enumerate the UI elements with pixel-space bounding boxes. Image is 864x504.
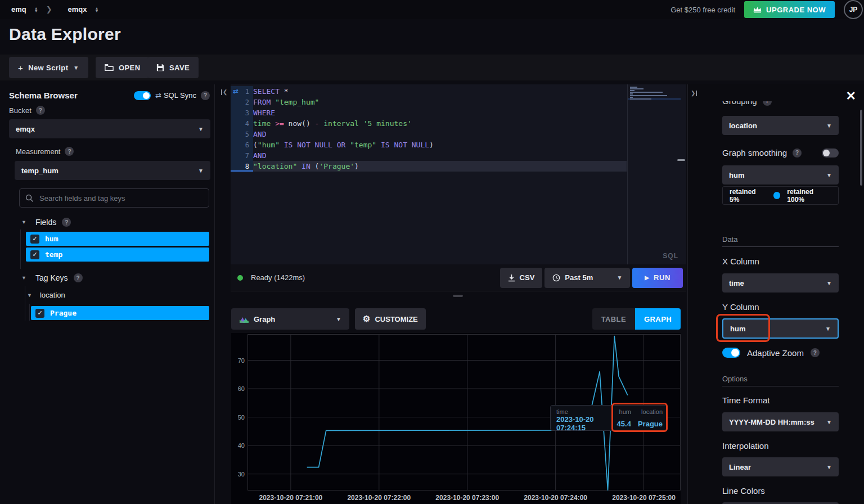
code-line[interactable]: AND bbox=[253, 150, 627, 161]
download-icon bbox=[508, 274, 515, 282]
annotation-rect-tooltip bbox=[611, 403, 668, 432]
toolbar: + New Script ▼ OPEN SAVE bbox=[0, 55, 864, 80]
checkbox-checked-icon: ✓ bbox=[30, 250, 39, 259]
line-chart[interactable]: 3040506070 2023-10-20 07:21:002023-10-20… bbox=[231, 333, 681, 504]
editor-code[interactable]: SELECT *FROM "temp_hum"WHEREtime >= now(… bbox=[253, 86, 627, 172]
chevron-down-icon: ▼ bbox=[73, 65, 79, 71]
search-input[interactable] bbox=[39, 194, 186, 202]
code-line[interactable]: ("hum" IS NOT NULL OR "temp" IS NOT NULL… bbox=[253, 140, 627, 150]
measurement-select[interactable]: temp_hum ▼ bbox=[15, 161, 210, 180]
save-button[interactable]: SAVE bbox=[147, 57, 199, 78]
slider-handle[interactable] bbox=[773, 192, 781, 199]
editor-minimap[interactable] bbox=[627, 84, 681, 264]
tag-keys-help-icon[interactable]: ? bbox=[74, 273, 83, 282]
tab-table[interactable]: TABLE bbox=[592, 308, 635, 330]
status-text: Ready (1422ms) bbox=[251, 273, 305, 282]
top-nav-bar: emq ▲▼ ❯ emqx ▲▼ Get $250 free credit UP… bbox=[0, 0, 864, 19]
panel-resize-handle[interactable] bbox=[453, 295, 463, 297]
adaptive-zoom-help-icon[interactable]: ? bbox=[811, 348, 820, 357]
code-line[interactable]: SELECT * bbox=[253, 86, 627, 97]
bucket-select[interactable]: emqx ▼ bbox=[9, 119, 210, 138]
org-switcher-icon[interactable]: ▲▼ bbox=[34, 7, 38, 12]
collapse-panel-icon[interactable]: ❯ bbox=[691, 90, 697, 96]
bucket-label: Bucket bbox=[9, 106, 32, 115]
avatar[interactable]: JP bbox=[844, 0, 863, 19]
upgrade-now-button[interactable]: UPGRADE NOW bbox=[744, 1, 835, 18]
breadcrumb-separator-icon: ❯ bbox=[46, 5, 52, 14]
grouping-label-clipped: Grouping ? bbox=[722, 101, 839, 106]
interpolation-select[interactable]: Linear ▼ bbox=[722, 457, 839, 476]
csv-download-button[interactable]: CSV bbox=[500, 268, 543, 288]
tag-key-location[interactable]: ▼ location bbox=[27, 291, 65, 299]
chevron-down-icon: ▼ bbox=[826, 280, 832, 286]
workspace-switcher-icon[interactable]: ▲▼ bbox=[95, 7, 99, 12]
options-section-label: Options bbox=[722, 375, 839, 383]
grouping-help-icon[interactable]: ? bbox=[763, 101, 772, 106]
bucket-help-icon[interactable]: ? bbox=[36, 106, 45, 115]
code-line[interactable]: "location" IN ('Prague') bbox=[253, 161, 627, 172]
new-script-button[interactable]: + New Script ▼ bbox=[9, 57, 88, 78]
location-collapse-icon[interactable]: ▼ bbox=[27, 292, 32, 298]
view-tabs: TABLE GRAPH bbox=[592, 308, 681, 330]
fields-collapse-icon[interactable]: ▼ bbox=[21, 219, 26, 225]
retained-slider[interactable]: retained 5% retained 100% bbox=[722, 186, 839, 205]
clock-icon bbox=[552, 274, 560, 282]
workspace-name[interactable]: emqx bbox=[68, 5, 87, 14]
crown-icon bbox=[753, 6, 762, 13]
customize-button[interactable]: ⚙ CUSTOMIZE bbox=[355, 308, 426, 330]
tab-graph[interactable]: GRAPH bbox=[635, 308, 681, 330]
graph-smoothing-toggle[interactable] bbox=[822, 148, 839, 158]
sync-arrows-icon: ⇄ bbox=[155, 91, 161, 100]
code-line[interactable]: time >= now() - interval '5 minutes' bbox=[253, 118, 627, 129]
sql-sync-toggle[interactable] bbox=[134, 91, 151, 100]
search-icon bbox=[25, 194, 34, 202]
sql-sync-label: SQL Sync bbox=[164, 91, 196, 100]
code-line[interactable]: AND bbox=[253, 129, 627, 140]
retained-left-label: retained 5% bbox=[730, 188, 767, 204]
annotation-rect-ycolumn bbox=[716, 314, 770, 342]
status-dot-icon bbox=[237, 275, 243, 281]
chevron-down-icon: ▼ bbox=[336, 316, 341, 322]
tagkeys-collapse-icon[interactable]: ▼ bbox=[21, 275, 26, 281]
grouping-select[interactable]: location ▼ bbox=[722, 116, 839, 135]
free-credit-link[interactable]: Get $250 free credit bbox=[670, 6, 735, 14]
field-checkbox-hum[interactable]: ✓ hum bbox=[26, 232, 209, 246]
smoothing-column-select[interactable]: hum ▼ bbox=[722, 165, 839, 184]
x-column-select[interactable]: time ▼ bbox=[722, 273, 839, 292]
sql-editor[interactable]: ⇄ 12345678 SELECT *FROM "temp_hum"WHEREt… bbox=[231, 84, 686, 264]
tag-keys-label: Tag Keys bbox=[35, 273, 68, 282]
chevron-down-icon: ▼ bbox=[825, 326, 831, 332]
chevron-down-icon: ▼ bbox=[826, 464, 832, 470]
chevron-down-icon: ▼ bbox=[826, 172, 832, 178]
tag-value-checkbox-prague[interactable]: ✓ Prague bbox=[31, 306, 209, 320]
code-line[interactable]: WHERE bbox=[253, 107, 627, 118]
sync-arrows-icon: ⇄ bbox=[233, 87, 238, 95]
gear-icon: ⚙ bbox=[363, 314, 370, 324]
run-button[interactable]: ▶ RUN bbox=[632, 268, 683, 288]
open-button[interactable]: OPEN bbox=[96, 57, 149, 78]
code-line[interactable]: FROM "temp_hum" bbox=[253, 97, 627, 107]
sql-sync-help-icon[interactable]: ? bbox=[201, 91, 210, 100]
tooltip-time-value: 2023-10-20 07:24:15 bbox=[556, 415, 617, 432]
graph-type-select[interactable]: Graph ▼ bbox=[231, 308, 349, 330]
graph-icon bbox=[239, 315, 249, 323]
editor-gutter: ⇄ 12345678 bbox=[231, 86, 253, 172]
close-icon[interactable]: ✕ bbox=[846, 89, 856, 104]
time-range-select[interactable]: Past 5m ▼ bbox=[544, 268, 630, 288]
measurement-help-icon[interactable]: ? bbox=[65, 147, 74, 156]
smoothing-help-icon[interactable]: ? bbox=[793, 148, 802, 158]
time-format-select[interactable]: YYYY-MM-DD HH:mm:ss ▼ bbox=[722, 412, 839, 431]
adaptive-zoom-toggle[interactable] bbox=[722, 348, 740, 358]
measurement-label: Measurement bbox=[16, 147, 60, 156]
panel-scrollbar[interactable] bbox=[860, 110, 862, 186]
fields-help-icon[interactable]: ? bbox=[62, 218, 71, 227]
collapse-sidebar-icon[interactable]: ❮ bbox=[221, 89, 227, 95]
folder-icon bbox=[105, 64, 114, 71]
line-colors-label: Line Colors bbox=[722, 486, 839, 496]
org-name[interactable]: emq bbox=[11, 5, 26, 14]
field-checkbox-temp[interactable]: ✓ temp bbox=[26, 248, 209, 262]
chevron-down-icon: ▼ bbox=[826, 123, 832, 129]
schema-browser-title: Schema Browser bbox=[9, 91, 78, 100]
visualization-panel: Graph ▼ ⚙ CUSTOMIZE TABLE GRAPH 30405060… bbox=[231, 304, 686, 504]
editor-resize-handle[interactable] bbox=[677, 159, 685, 161]
